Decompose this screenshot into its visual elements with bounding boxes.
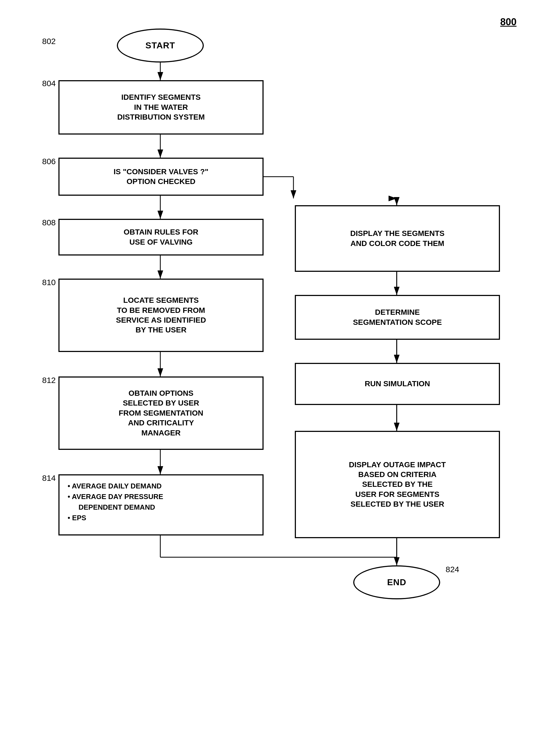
step-822: DISPLAY OUTAGE IMPACT BASED ON CRITERIA …	[295, 431, 500, 538]
label-804: 804	[42, 79, 56, 88]
label-802: 802	[42, 37, 56, 46]
label-808: 808	[42, 218, 56, 227]
step-808: OBTAIN RULES FOR USE OF VALVING	[58, 219, 264, 256]
step-810: LOCATE SEGMENTS TO BE REMOVED FROM SERVI…	[58, 279, 264, 352]
label-806: 806	[42, 157, 56, 166]
label-810: 810	[42, 278, 56, 287]
label-814: 814	[42, 474, 56, 483]
step-804: IDENTIFY SEGMENTS IN THE WATER DISTRIBUT…	[58, 80, 264, 135]
flowchart-diagram: 800	[0, 0, 560, 754]
label-824: 824	[446, 565, 459, 574]
step-816: DISPLAY THE SEGMENTS AND COLOR CODE THEM	[295, 205, 500, 272]
step-820: RUN SIMULATION	[295, 363, 500, 405]
step-806: IS "CONSIDER VALVES ?" OPTION CHECKED	[58, 158, 264, 196]
step-818: DETERMINE SEGMENTATION SCOPE	[295, 295, 500, 340]
step-814: • AVERAGE DAILY DEMAND • AVERAGE DAY PRE…	[58, 474, 264, 535]
label-812: 812	[42, 376, 56, 385]
step-812: OBTAIN OPTIONS SELECTED BY USER FROM SEG…	[58, 376, 264, 450]
figure-number: 800	[500, 16, 517, 28]
start-node: START	[117, 28, 204, 62]
end-node: END	[353, 566, 440, 599]
